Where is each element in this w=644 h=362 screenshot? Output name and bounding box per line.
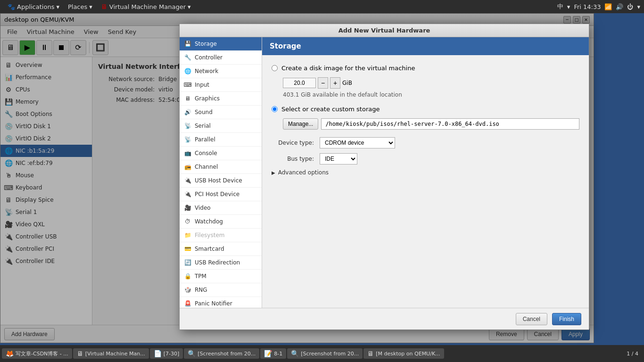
hw-label-controller: Controller — [195, 54, 223, 61]
hw-item-controller[interactable]: 🔧 Controller — [180, 51, 262, 65]
hw-item-filesystem: 📁 Filesystem — [180, 229, 262, 242]
hw-label-graphics: Graphics — [195, 95, 220, 102]
taskbar-icon-3: 🔍 — [188, 350, 196, 357]
hw-icon-usb-host: 🔌 — [183, 176, 192, 185]
hw-label-video: Video — [195, 205, 211, 211]
radio-create-disk-label: Create a disk image for the virtual mach… — [281, 65, 415, 72]
hw-label-parallel: Parallel — [195, 136, 215, 143]
hw-item-video[interactable]: 🎥 Video — [180, 201, 262, 215]
taskbar-icon-6: 🖥 — [367, 350, 374, 357]
taskbar-item-3[interactable]: 🔍 [Screenshot from 20... — [184, 348, 259, 359]
hw-label-input: Input — [195, 82, 209, 88]
storage-content: Create a disk image for the virtual mach… — [262, 55, 589, 308]
disk-size-input[interactable] — [283, 78, 316, 88]
modal-body: 💾 Storage 🔧 Controller 🌐 Network ⌨ Input… — [180, 37, 589, 308]
taskbar-icon-2: 📄 — [154, 350, 162, 357]
power-icon: ⏻ — [627, 3, 633, 10]
taskbar-label-2: [7-30] — [164, 351, 180, 357]
hw-icon-smartcard: 💳 — [183, 245, 192, 253]
hw-label-watchdog: Watchdog — [195, 218, 223, 225]
radio-create-disk-row: Create a disk image for the virtual mach… — [272, 65, 579, 72]
hw-item-console[interactable]: 📺 Console — [180, 147, 262, 160]
modal-finish-button[interactable]: Finish — [552, 313, 581, 325]
hw-icon-controller: 🔧 — [183, 53, 192, 62]
hw-item-pci-host[interactable]: 🔌 PCI Host Device — [180, 188, 262, 201]
hw-item-channel[interactable]: 📻 Channel — [180, 160, 262, 174]
hw-icon-network: 🌐 — [183, 67, 192, 75]
taskbar: 🦊 写文章-CSDN博客 - ... 🖥 [Virtual Machine Ma… — [0, 345, 644, 362]
top-bar-right: 中 ▾ Fri 14:33 📶 🔊 ⏻ ▾ — [557, 2, 640, 11]
hw-icon-panic: 🚨 — [183, 299, 192, 308]
taskbar-item-1[interactable]: 🖥 [Virtual Machine Man... — [73, 348, 149, 359]
hw-icon-filesystem: 📁 — [183, 231, 192, 239]
device-type-row: Device type: CDROM device Disk device Fl… — [272, 137, 579, 148]
modal-cancel-button[interactable]: Cancel — [516, 313, 547, 325]
storage-panel: Storage Create a disk image for the virt… — [262, 37, 589, 308]
hw-item-input[interactable]: ⌨ Input — [180, 78, 262, 92]
hw-item-smartcard[interactable]: 💳 Smartcard — [180, 242, 262, 256]
hw-label-tpm: TPM — [195, 273, 206, 280]
disk-unit: GiB — [342, 80, 352, 86]
hw-label-console: Console — [195, 150, 217, 156]
hw-item-usb-redir[interactable]: 🔄 USB Redirection — [180, 256, 262, 270]
taskbar-item-6[interactable]: 🖥 [M desktop on QEMU/K... — [363, 348, 444, 359]
taskbar-item-4[interactable]: 📝 8-1 — [260, 348, 286, 359]
hw-item-panic[interactable]: 🚨 Panic Notifier — [180, 297, 262, 308]
hw-icon-serial: 📡 — [183, 122, 192, 130]
vm-menu[interactable]: 🖥 Virtual Machine Manager ▾ — [97, 2, 195, 11]
size-decrease-btn[interactable]: − — [318, 77, 328, 89]
device-type-select[interactable]: CDROM device Disk device Floppy disk — [320, 137, 395, 148]
taskbar-item-2[interactable]: 📄 [7-30] — [150, 348, 183, 359]
clock: Fri 14:33 — [574, 3, 601, 10]
hw-item-parallel[interactable]: 📡 Parallel — [180, 133, 262, 147]
bus-type-label: Bus type: — [272, 156, 314, 162]
taskbar-page-indicator: 1 / 4 — [623, 351, 642, 357]
taskbar-label-0: 写文章-CSDN博客 - ... — [16, 350, 68, 357]
hw-icon-channel: 📻 — [183, 163, 192, 171]
taskbar-label-4: 8-1 — [274, 351, 282, 357]
bus-type-select[interactable]: IDE SATA SCSI — [320, 153, 357, 165]
storage-panel-header: Storage — [262, 37, 589, 55]
hw-label-channel: Channel — [195, 164, 218, 170]
storage-path-input[interactable] — [321, 118, 579, 130]
hw-icon-video: 🎥 — [183, 204, 192, 212]
hw-item-watchdog[interactable]: ⏱ Watchdog — [180, 215, 262, 229]
advanced-triangle: ▶ — [272, 170, 275, 175]
hw-item-rng[interactable]: 🎲 RNG — [180, 283, 262, 297]
hw-item-serial[interactable]: 📡 Serial — [180, 119, 262, 133]
hw-label-filesystem: Filesystem — [195, 232, 224, 239]
size-increase-btn[interactable]: + — [330, 77, 340, 89]
input-method[interactable]: 中 — [557, 2, 563, 11]
hw-icon-sound: 🔊 — [183, 108, 192, 116]
taskbar-label-5: [Screenshot from 20... — [301, 351, 359, 357]
storage-path-row: Manage... — [283, 118, 579, 130]
taskbar-item-5[interactable]: 🔍 [Screenshot from 20... — [287, 348, 363, 359]
device-type-label: Device type: — [272, 140, 314, 146]
places-chevron: ▾ — [89, 3, 92, 10]
bus-type-row: Bus type: IDE SATA SCSI — [272, 153, 579, 165]
hw-item-graphics[interactable]: 🖥 Graphics — [180, 92, 262, 106]
hw-item-usb-host[interactable]: 🔌 USB Host Device — [180, 174, 262, 188]
radio-custom-storage[interactable] — [272, 106, 278, 112]
hw-item-network[interactable]: 🌐 Network — [180, 65, 262, 78]
hw-label-usb-redir: USB Redirection — [195, 259, 240, 266]
manage-button[interactable]: Manage... — [283, 118, 318, 130]
advanced-options-row[interactable]: ▶ Advanced options — [272, 169, 579, 176]
top-bar-left: 🐾 Applications ▾ Places ▾ 🖥 Virtual Mach… — [4, 2, 195, 11]
hw-item-tpm[interactable]: 🔒 TPM — [180, 270, 262, 283]
wifi-icon: 📶 — [604, 3, 612, 10]
hw-item-sound[interactable]: 🔊 Sound — [180, 106, 262, 119]
taskbar-icon-4: 📝 — [264, 350, 272, 357]
hw-icon-watchdog: ⏱ — [183, 217, 192, 226]
applications-menu[interactable]: 🐾 Applications ▾ — [4, 2, 63, 11]
top-system-bar: 🐾 Applications ▾ Places ▾ 🖥 Virtual Mach… — [0, 0, 644, 13]
hw-icon-pci-host: 🔌 — [183, 190, 192, 198]
hw-label-usb-host: USB Host Device — [195, 177, 242, 184]
places-menu[interactable]: Places ▾ — [64, 2, 96, 11]
hw-item-storage[interactable]: 💾 Storage — [180, 37, 262, 51]
hw-icon-graphics: 🖥 — [183, 94, 192, 103]
hw-icon-console: 📺 — [183, 149, 192, 157]
apps-chevron: ▾ — [56, 3, 59, 10]
taskbar-item-0[interactable]: 🦊 写文章-CSDN博客 - ... — [2, 348, 72, 359]
radio-create-disk[interactable] — [272, 65, 278, 71]
